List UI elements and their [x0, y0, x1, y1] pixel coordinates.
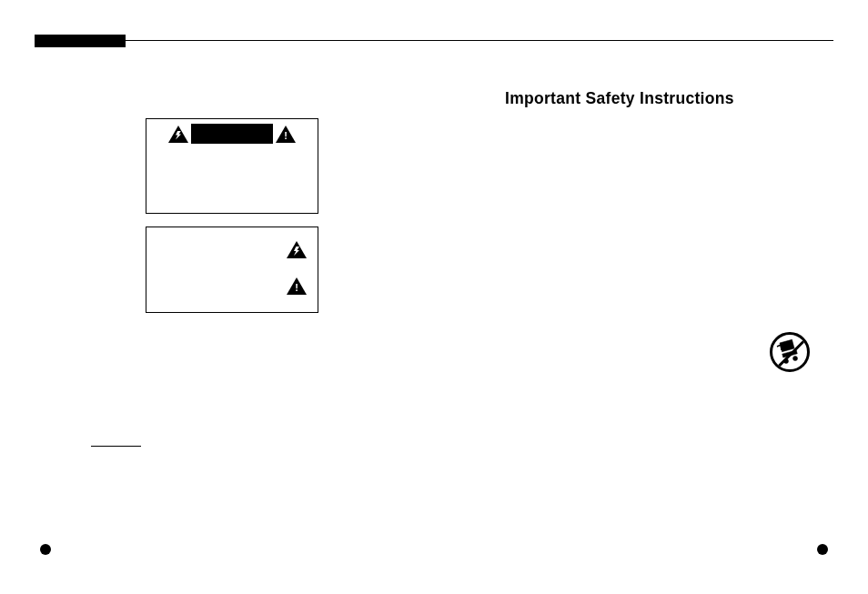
page-marker-right — [817, 544, 828, 555]
header-rule-line — [126, 40, 833, 41]
warning-icon-small — [287, 277, 307, 295]
caution-label-block — [191, 124, 273, 144]
text-underline — [91, 446, 141, 447]
header-black-tab — [35, 35, 126, 47]
shock-hazard-icon-small — [287, 241, 307, 258]
left-column — [146, 118, 328, 313]
svg-point-3 — [793, 357, 798, 361]
section-heading: Important Safety Instructions — [505, 89, 814, 108]
page-marker-left — [40, 544, 51, 555]
symbol-explanation-box — [146, 227, 318, 313]
cart-tip-warning-icon — [770, 332, 810, 372]
right-column: Important Safety Instructions — [505, 89, 814, 108]
caution-box — [146, 118, 318, 214]
warning-icon — [276, 126, 296, 143]
caution-box-header — [146, 124, 318, 144]
shock-hazard-icon — [168, 126, 188, 143]
